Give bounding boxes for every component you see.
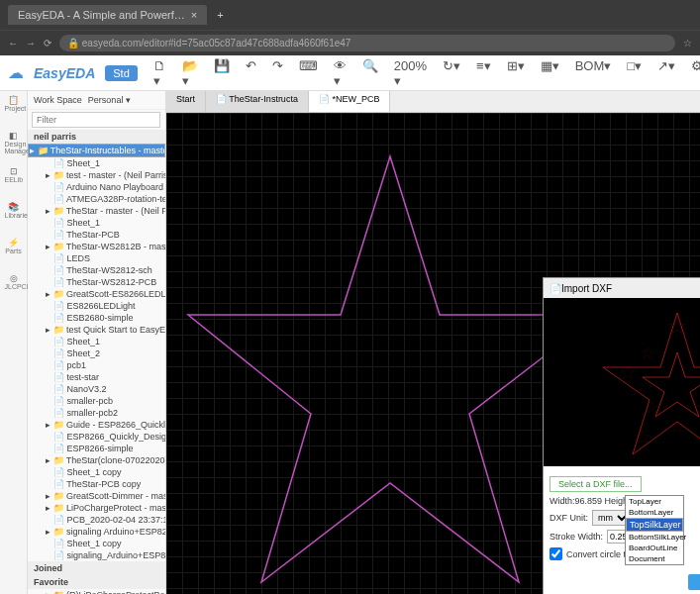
dd-toplayer[interactable]: TopLayer <box>626 496 683 507</box>
tree-node[interactable]: 📄 Arduino Nano Playboard <box>28 181 165 193</box>
tree-node[interactable]: ▸ 📁 TheStar-Instructables - master - (N <box>28 144 165 157</box>
tab-start[interactable]: Start <box>166 91 206 112</box>
dd-bottomlayer[interactable]: BottomLayer <box>626 507 683 518</box>
new-tab-icon[interactable]: + <box>211 9 229 21</box>
tool-zoom-icon[interactable]: 🔍 <box>356 54 384 92</box>
app-logo: EasyEDA <box>34 65 95 81</box>
tree-favorite[interactable]: Favorite <box>28 575 165 589</box>
tree-node[interactable]: ▸ 📁 LiPoChargeProtect - master - (Neil <box>28 502 165 514</box>
close-icon[interactable]: × <box>191 9 197 21</box>
back-icon[interactable]: ← <box>8 38 18 49</box>
tree-node[interactable]: 📄 TheStar-WS2812-PCB <box>28 276 165 288</box>
reload-icon[interactable]: ⟳ <box>44 38 51 49</box>
tool-view-icon[interactable]: 👁▾ <box>328 54 352 92</box>
forward-icon[interactable]: → <box>26 38 36 49</box>
import-button[interactable]: ✓ Import <box>688 574 700 590</box>
tree-node[interactable]: 📄 LEDS <box>28 252 165 264</box>
tree-node[interactable]: 📄 test-star <box>28 371 165 383</box>
tree-node[interactable]: 📄 Sheet_1 <box>28 157 165 169</box>
tree-node[interactable]: ▸ 📁 GreatScott-ES8266LEDLight - mas <box>28 288 165 300</box>
personal-dropdown[interactable]: Personal ▾ <box>88 95 131 105</box>
tree-node[interactable]: ▸ 📁 TheStar - master - (Neil Parris) <box>28 205 165 217</box>
tree-node[interactable]: ▸ 📁 GreatScott-Dimmer - master - (Neil <box>28 490 165 502</box>
convert-circle-checkbox[interactable] <box>550 547 562 560</box>
tool-undo-icon[interactable]: ↶ <box>240 54 262 92</box>
project-tree: Work Space Personal ▾ neil parris ▸ 📁 Th… <box>28 91 166 594</box>
tree-node[interactable]: 📄 ESP8266-simple <box>28 443 165 454</box>
tree-node[interactable]: 📄 Sheet_1 copy <box>28 466 165 478</box>
tree-node[interactable]: 📄 ES8266LEDLight <box>28 300 165 312</box>
tab-newpcb[interactable]: 📄 *NEW_PCB <box>309 91 391 112</box>
dialog-title: Import DXF <box>561 283 612 294</box>
tree-joined[interactable]: Joined <box>28 561 165 575</box>
side-jlcpcb[interactable]: ◎JLCPCB <box>5 273 23 291</box>
tree-node[interactable]: 📄 ESP8266_Quickly_Design <box>28 431 165 443</box>
tool-dist-icon[interactable]: ⊞▾ <box>501 54 531 92</box>
tool-abc-icon[interactable]: ⌨ <box>293 54 324 92</box>
side-project[interactable]: 📋Project <box>5 95 23 113</box>
tool-open-icon[interactable]: 📂▾ <box>176 54 204 92</box>
tool-redo-icon[interactable]: ↷ <box>266 54 289 92</box>
side-libraries[interactable]: 📚Libraries <box>5 202 23 220</box>
stroke-label: Stroke Width: <box>550 532 603 542</box>
tool-rotate-icon[interactable]: ↻▾ <box>437 54 466 92</box>
tree-node[interactable]: 📄 Sheet_1 <box>28 336 165 347</box>
tree-node[interactable]: 📄 pcb1 <box>28 359 165 371</box>
tool-file-icon[interactable]: 🗋▾ <box>148 54 172 92</box>
tree-node[interactable]: 📄 Sheet_2 <box>28 347 165 359</box>
select-dxf-button[interactable]: Select a DXF file... <box>550 476 642 492</box>
side-eelib[interactable]: ⊡EELib <box>5 166 23 184</box>
svg-marker-4 <box>642 347 653 358</box>
tree-user[interactable]: neil parris <box>28 130 165 144</box>
workspace-label: Work Space <box>34 95 82 105</box>
svg-marker-12 <box>671 422 683 433</box>
tree-node[interactable]: 📄 ATMEGA328P-rotation-test <box>28 193 165 205</box>
star-icon[interactable]: ☆ <box>683 38 692 49</box>
dd-document[interactable]: Document <box>626 553 683 564</box>
tree-node[interactable]: 📄 TheStar-PCB <box>28 229 165 241</box>
tree-node[interactable]: 📄 TheStar-PCB copy <box>28 478 165 490</box>
edition-badge: Std <box>105 65 138 81</box>
tree-node[interactable]: ▸ 📁 Guide - ESP8266_Quickly_Design <box>28 419 165 431</box>
tool-cog-icon[interactable]: ⚙▾ <box>685 54 700 92</box>
dd-boardoutline[interactable]: BoardOutLine <box>626 543 683 553</box>
lock-icon: 🔒 <box>67 38 79 49</box>
tree-node[interactable]: ▸ 📁 (R)LiPoChargeProtectBoost copy - <box>28 589 165 594</box>
url-bar[interactable]: 🔒 easyeda.com/editor#id=75ac05c87ad47c68… <box>59 35 675 51</box>
tree-node[interactable]: ▸ 📁 signaling Arduino+ESP8266+SIM8 <box>28 526 165 538</box>
tree-node[interactable]: ▸ 📁 test - master - (Neil Parris) <box>28 169 165 181</box>
tree-node[interactable]: 📄 Sheet_1 copy <box>28 538 165 549</box>
side-design[interactable]: ◧Design Manager <box>5 131 23 148</box>
layer-dropdown: TopLayer BottomLayer TopSilkLayer Bottom… <box>625 495 684 565</box>
tree-node[interactable]: 📄 ESB2680-simple <box>28 312 165 324</box>
tree-node[interactable]: 📄 NanoV3.2 <box>28 383 165 395</box>
tree-node[interactable]: 📄 PCB_2020-02-04 23:37:14 <box>28 514 165 526</box>
tree-node[interactable]: 📄 signaling_Arduino+ESP8266+SI <box>28 549 165 561</box>
tool-bom-icon[interactable]: BOM▾ <box>569 54 618 92</box>
tool-3d-icon[interactable]: □▾ <box>621 54 648 92</box>
tree-node[interactable]: ▸ 📁 TheStar(clone-07022020) - master <box>28 454 165 466</box>
tree-node[interactable]: 📄 TheStar-WS2812-sch <box>28 264 165 276</box>
dd-topsilk[interactable]: TopSilkLayer <box>626 518 683 532</box>
tree-node[interactable]: 📄 Sheet_1 <box>28 217 165 229</box>
filter-input[interactable] <box>32 112 160 128</box>
tool-save-icon[interactable]: 💾 <box>208 54 236 92</box>
cloud-icon: ☁ <box>8 63 24 82</box>
tree-node[interactable]: 📄 smaller-pcb <box>28 395 165 407</box>
tab-title: EasyEDA - A Simple and Powerf… <box>18 9 185 21</box>
zoom-level[interactable]: 200% ▾ <box>388 54 433 92</box>
tree-node[interactable]: 📄 smaller-pcb2 <box>28 407 165 419</box>
file-tabs: Start 📄 TheStar-Instructa 📄 *NEW_PCB <box>166 91 700 113</box>
svg-marker-0 <box>188 156 598 582</box>
side-rail: 📋Project ◧Design Manager ⊡EELib 📚Librari… <box>0 91 28 594</box>
tool-layers-icon[interactable]: ▦▾ <box>535 54 565 92</box>
tool-share-icon[interactable]: ↗▾ <box>651 54 681 92</box>
tree-node[interactable]: ▸ 📁 test Quick Start to EasyEDA - mast <box>28 324 165 336</box>
tool-align-icon[interactable]: ≡▾ <box>470 54 497 92</box>
tree-node[interactable]: ▸ 📁 TheStar-WS2812B - master - (N <box>28 241 165 252</box>
dd-bottomsilk[interactable]: BottomSilkLayer <box>626 532 683 543</box>
tab-thestar[interactable]: 📄 TheStar-Instructa <box>206 91 309 112</box>
browser-tab[interactable]: EasyEDA - A Simple and Powerf… × <box>8 5 207 25</box>
side-parts[interactable]: ⚡Parts <box>5 238 23 255</box>
svg-marker-7 <box>621 366 635 379</box>
